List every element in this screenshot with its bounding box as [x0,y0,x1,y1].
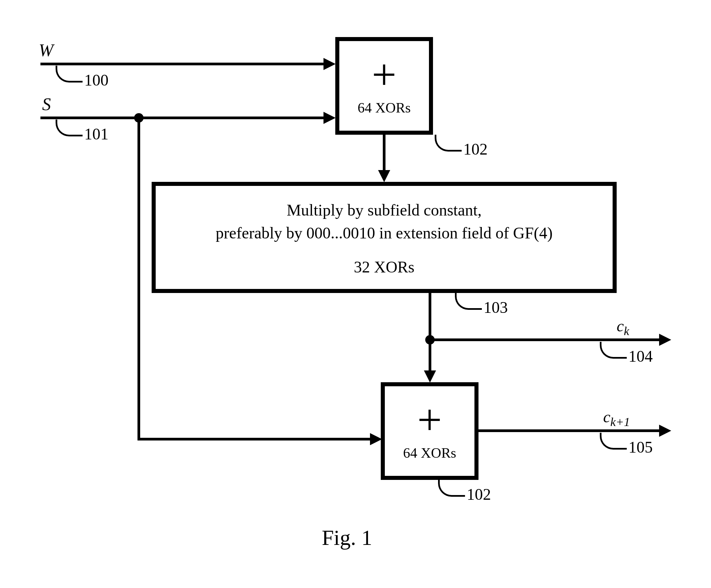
wire-ck [430,338,663,341]
ref-curve-102a [435,135,462,152]
mult-xor-text: 32 XORs [354,257,414,276]
ref-100: 100 [84,71,108,89]
arrow-w [323,58,336,70]
arrow-to-adder2 [424,370,436,383]
ref-curve-100 [56,66,83,83]
ref-curve-102b [438,480,465,497]
ref-curve-104 [600,342,627,359]
diagram-container: W 100 S 101 + 64 XORs 102 Multiply by su… [0,0,711,588]
ref-curve-103 [455,293,482,310]
adder-block-1: + 64 XORs [335,37,433,135]
output-ck-label: ck [617,317,629,338]
output-ck1-label: ck+1 [603,407,630,429]
ref-105: 105 [628,438,653,456]
ref-102a: 102 [463,140,488,158]
adder2-xor-text: 64 XORs [403,445,456,461]
mult-text-line2: preferably by 000...0010 in extension fi… [216,222,553,244]
figure-label: Fig. 1 [322,525,372,550]
plus-icon-2: + [417,398,442,442]
ref-101: 101 [84,125,108,143]
wire-s [40,116,327,119]
wire-mult-down [429,293,431,374]
arrow-s [323,112,336,124]
ref-102b: 102 [467,485,491,503]
mult-text-line1: Multiply by subfield constant, [287,199,482,221]
ref-curve-101 [56,119,83,136]
ref-104: 104 [628,347,653,365]
wire-ck1 [478,429,663,432]
adder1-xor-text: 64 XORs [358,100,411,116]
input-w-label: W [39,40,53,60]
arrow-s-adder2 [370,433,382,445]
arrow-to-mult [378,170,390,182]
input-s-label: S [42,94,51,114]
ref-curve-105 [600,433,627,450]
wire-s-to-adder2 [137,438,373,440]
arrow-ck1 [659,425,671,437]
plus-icon: + [372,52,396,96]
arrow-ck [659,334,671,346]
multiplier-block: Multiply by subfield constant, preferabl… [152,182,617,293]
wire-adder1-mult [383,135,386,174]
wire-s-down [137,118,140,439]
adder-block-2: + 64 XORs [381,382,478,480]
wire-w [40,63,327,65]
ref-103: 103 [483,298,508,317]
